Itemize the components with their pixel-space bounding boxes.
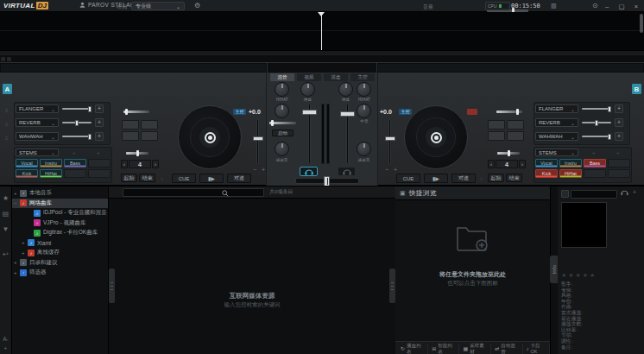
mixer-left-eq-knob-2[interactable]: [275, 104, 289, 118]
mixer-left-eq-knob-1[interactable]: [275, 82, 289, 97]
fx-add-button[interactable]: +: [615, 104, 623, 113]
mixer-left-filter-knob[interactable]: [275, 142, 289, 156]
stem-pad[interactable]: [64, 169, 86, 178]
fx-amount-slider[interactable]: [62, 136, 92, 137]
loop-out-button[interactable]: 结束: [506, 174, 522, 182]
broadcast-icon[interactable]: ⊙: [592, 2, 598, 10]
deck-a-cue-button[interactable]: CUE: [172, 174, 196, 183]
rating-stars[interactable]: ★★★★★: [561, 272, 597, 279]
toolbar-button[interactable]: ♪ 卡拉OK: [523, 344, 550, 354]
deck-b-stems-dropdown[interactable]: STEMS ⌄: [535, 149, 578, 156]
back-icon[interactable]: ↩: [3, 250, 9, 258]
toolbar-button[interactable]: ↻ 播放列表: [397, 344, 428, 354]
deck-b-sync-button[interactable]: 对速: [451, 174, 476, 183]
expander-icon[interactable]: +: [22, 240, 28, 245]
mixer-right-filter-knob[interactable]: [357, 142, 371, 156]
stem-pad[interactable]: [584, 169, 606, 178]
fx-amount-slider[interactable]: [582, 108, 611, 110]
fx-slider-handle[interactable]: [595, 120, 598, 126]
maximize-button[interactable]: ▢: [617, 1, 626, 12]
hotcue-pad[interactable]: [507, 131, 524, 141]
stem-pad[interactable]: Instru: [559, 159, 582, 168]
key-handle[interactable]: [125, 109, 128, 115]
fx-add-button[interactable]: +: [95, 132, 104, 141]
waveform-display[interactable]: [0, 12, 644, 50]
low-handle[interactable]: [271, 120, 274, 126]
pitch-minus-button[interactable]: −: [253, 167, 256, 173]
stem-pad[interactable]: [608, 169, 630, 178]
tree-item[interactable]: ♪ iDJPool - 专业音频和混音: [12, 208, 108, 218]
channel-2-gain-knob[interactable]: [338, 82, 353, 97]
loop-in-button[interactable]: 起始: [488, 174, 504, 182]
plus-icon[interactable]: +: [616, 150, 620, 155]
fx-add-button[interactable]: +: [95, 104, 104, 113]
fx-select-dropdown[interactable]: REVERB ⌄: [535, 118, 578, 127]
loop-double-button[interactable]: ›: [152, 160, 159, 168]
deck-b-pitch-slider[interactable]: [388, 119, 391, 164]
expander-icon[interactable]: +: [14, 260, 20, 265]
loop-size-display[interactable]: 4: [496, 160, 518, 168]
tree-item[interactable]: + ♪ 离线缓存: [12, 248, 108, 258]
fx-amount-slider[interactable]: [62, 122, 92, 123]
minimize-button[interactable]: –: [603, 1, 611, 12]
param-handle[interactable]: [136, 150, 139, 156]
loop-half-button[interactable]: ‹: [121, 160, 128, 168]
font-size-button[interactable]: A-: [3, 335, 9, 343]
browser-content-area[interactable]: 互联网媒体资源 输入您想检索的关键词: [109, 199, 395, 354]
tree-item[interactable]: − ♪ 网络曲库: [12, 199, 108, 209]
fx-amount-slider[interactable]: [582, 122, 611, 123]
loop-half-button[interactable]: ‹: [488, 160, 495, 168]
mixer-tab[interactable]: 混音: [270, 73, 294, 81]
toolbar-button[interactable]: ▦ 采样素材: [459, 344, 491, 354]
stem-pad[interactable]: HiHat: [40, 169, 62, 178]
deck-a-tag[interactable]: A: [3, 84, 12, 94]
fx-select-dropdown[interactable]: FLANGER ⌄: [535, 104, 578, 113]
plus-icon[interactable]: +: [97, 150, 100, 155]
channel-1-gain-knob[interactable]: [300, 82, 315, 97]
stem-pad[interactable]: Vocal: [535, 159, 558, 168]
panel-resize-grip[interactable]: [109, 269, 115, 303]
add-icon[interactable]: +: [633, 189, 636, 195]
loop-size-display[interactable]: 4: [129, 160, 151, 168]
expander-icon[interactable]: +: [22, 250, 28, 256]
deck-a-play-button[interactable]: ▮▶: [199, 174, 224, 183]
fx-select-dropdown[interactable]: FLANGER ⌄: [16, 104, 59, 113]
hotcue-pad[interactable]: [122, 120, 139, 130]
fx-slider-handle[interactable]: [75, 120, 79, 126]
record-icon[interactable]: ▥: [551, 2, 557, 10]
fx-slider-handle[interactable]: [88, 134, 92, 140]
hotcue-pad[interactable]: [141, 131, 158, 141]
search-input[interactable]: [123, 188, 264, 197]
fx-select-dropdown[interactable]: WAHWAH ⌄: [535, 132, 578, 141]
mixer-tab[interactable]: 搓盘: [324, 73, 348, 81]
param-handle[interactable]: [508, 150, 510, 156]
favorites-icon[interactable]: ★: [3, 194, 9, 202]
fx-amount-slider[interactable]: [582, 136, 611, 137]
stem-pad[interactable]: Bass: [64, 159, 86, 168]
fx-select-dropdown[interactable]: REVERB ⌄: [16, 118, 59, 127]
fx-select-dropdown[interactable]: WAHWAH ⌄: [16, 132, 59, 141]
deck-a-stems-dropdown[interactable]: STEMS ⌄: [16, 149, 59, 156]
info-option-button[interactable]: [561, 190, 569, 198]
stem-pad[interactable]: [608, 159, 630, 168]
info-tab[interactable]: Info: [550, 256, 558, 283]
fx-add-button[interactable]: +: [615, 132, 623, 141]
deck-a-pitch-slider[interactable]: [256, 119, 259, 164]
mixer-left-low-slider[interactable]: [269, 122, 296, 124]
volume-handle[interactable]: [340, 111, 355, 117]
toolbar-button[interactable]: ⇄ 自动混音: [491, 344, 522, 354]
hotcue-pad[interactable]: [488, 120, 505, 130]
tree-item[interactable]: + ♪ Xiami: [12, 238, 108, 249]
crossfader[interactable]: [295, 178, 359, 184]
pitch-handle[interactable]: [385, 136, 395, 141]
deck-a-jog-wheel[interactable]: [178, 105, 242, 169]
expander-icon[interactable]: +: [14, 191, 20, 196]
tree-item[interactable]: + ♪ 筛选器: [12, 268, 108, 278]
scrollbar[interactable]: [640, 14, 643, 33]
prelisten-headphone-icon[interactable]: [621, 189, 628, 196]
deck-b-play-button[interactable]: ▮▶: [424, 174, 448, 183]
info-search-input[interactable]: [571, 190, 617, 199]
fx-slider-handle[interactable]: [608, 106, 611, 112]
hotcue-pad[interactable]: [507, 120, 524, 130]
channel-1-pfl-button[interactable]: [300, 167, 318, 176]
